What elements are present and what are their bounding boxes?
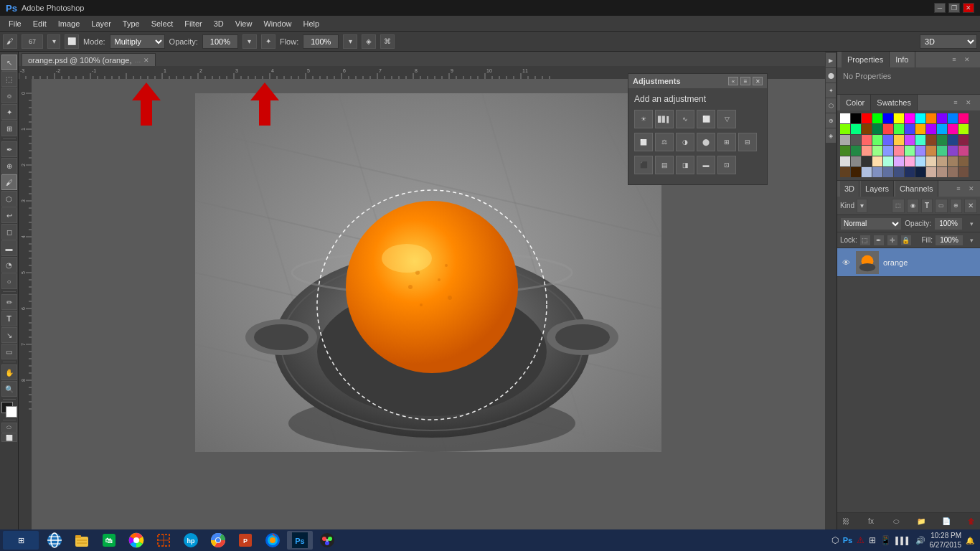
start-button[interactable]: ⊞ xyxy=(3,531,39,550)
crop-tool[interactable]: ⊞ xyxy=(1,121,17,136)
swatch-60[interactable] xyxy=(840,167,850,177)
swatch-47[interactable] xyxy=(958,146,969,156)
marquee-tool[interactable]: ⬚ xyxy=(1,71,17,87)
swatch-33[interactable] xyxy=(937,135,947,145)
blend-mode-select[interactable]: NormalMultiplyScreen OverlayDarkenLighte… xyxy=(840,217,902,230)
history-brush-tool[interactable]: ↩ xyxy=(1,207,17,223)
new-group-btn[interactable]: 📁 xyxy=(915,516,927,527)
swatch-53[interactable] xyxy=(894,156,904,166)
layer-visibility-btn[interactable]: 👁 xyxy=(840,257,852,268)
posterize-adj-btn[interactable]: ▤ xyxy=(655,156,674,174)
color-menu-btn[interactable]: ≡ xyxy=(950,97,961,108)
quick-mask-tool[interactable]: ⬭ xyxy=(1,423,17,433)
taskbar-app-ppt[interactable]: P xyxy=(232,531,258,550)
swatch-46[interactable] xyxy=(948,146,958,156)
menu-item-image[interactable]: Image xyxy=(52,18,86,29)
opacity-expand-btn[interactable]: ▾ xyxy=(966,218,977,230)
swatch-9[interactable] xyxy=(937,113,947,123)
lock-move-btn[interactable]: ✛ xyxy=(887,235,898,246)
swatch-18[interactable] xyxy=(905,124,915,134)
swatch-13[interactable] xyxy=(851,124,861,134)
sound-icon[interactable]: 🔊 xyxy=(915,536,925,545)
fill-expand-btn[interactable]: ▾ xyxy=(966,235,977,246)
flow-input[interactable] xyxy=(303,34,339,49)
hsl-adj-btn[interactable]: ⬜ xyxy=(634,133,653,151)
threshold-adj-btn[interactable]: ◨ xyxy=(676,156,694,174)
selectivecolor-adj-btn[interactable]: ⊡ xyxy=(717,156,736,174)
taskbar-app-explorer[interactable] xyxy=(69,531,95,550)
swatch-0[interactable] xyxy=(840,113,850,123)
colorbalance-adj-btn[interactable]: ⚖ xyxy=(655,133,674,151)
panel-strip-btn-6[interactable]: ◈ xyxy=(826,128,836,143)
tab-layers[interactable]: Layers xyxy=(861,181,894,197)
swatch-65[interactable] xyxy=(894,167,904,177)
layers-menu-btn[interactable]: ≡ xyxy=(953,183,964,194)
swatch-62[interactable] xyxy=(862,167,872,177)
gradient-tool[interactable]: ▬ xyxy=(1,240,17,256)
swatch-61[interactable] xyxy=(851,167,861,177)
add-mask-btn[interactable]: ⬭ xyxy=(890,516,902,527)
swatch-69[interactable] xyxy=(937,167,947,177)
swatch-56[interactable] xyxy=(926,156,936,166)
pen-tool[interactable]: ✏ xyxy=(1,294,17,310)
swatch-63[interactable] xyxy=(872,167,882,177)
swatch-26[interactable] xyxy=(862,135,872,145)
levels-adj-btn[interactable]: ▊▋▌ xyxy=(655,110,674,128)
taskbar-ps-icon[interactable]: Ps xyxy=(843,536,852,545)
colorlookup-adj-btn[interactable]: ⊟ xyxy=(738,133,757,151)
swatch-36[interactable] xyxy=(840,146,850,156)
swatch-30[interactable] xyxy=(905,135,915,145)
swatch-64[interactable] xyxy=(883,167,893,177)
gradientmap-adj-btn[interactable]: ▬ xyxy=(697,156,715,174)
swatch-14[interactable] xyxy=(862,124,872,134)
menu-item-layer[interactable]: Layer xyxy=(85,18,117,29)
photofilter-adj-btn[interactable]: ⬤ xyxy=(697,133,715,151)
move-tool[interactable]: ↖ xyxy=(1,55,17,70)
stamp-tool[interactable]: ⬡ xyxy=(1,191,17,207)
notification-badge[interactable]: 🔔 xyxy=(966,537,974,545)
taskbar-app-colorwheel[interactable] xyxy=(123,531,149,550)
menu-item-edit[interactable]: Edit xyxy=(27,18,52,29)
brush-tool-icon[interactable]: 🖌 xyxy=(3,34,17,49)
dodge-tool[interactable]: ○ xyxy=(1,273,17,289)
add-link-btn[interactable]: ⛓ xyxy=(840,516,852,527)
taskbar-notification-icon[interactable]: ⬡ xyxy=(831,535,839,545)
taskbar-app-colorpicker[interactable] xyxy=(314,531,340,550)
swatch-67[interactable] xyxy=(915,167,925,177)
swatch-45[interactable] xyxy=(937,146,947,156)
swatch-25[interactable] xyxy=(851,135,861,145)
swatch-19[interactable] xyxy=(915,124,925,134)
tab-3d[interactable]: 3D xyxy=(840,181,859,197)
smoothing-icon[interactable]: ◈ xyxy=(362,34,376,49)
brush-size-display[interactable]: 67 xyxy=(22,34,43,49)
tab-properties[interactable]: Properties xyxy=(842,52,890,67)
type-tool[interactable]: T xyxy=(1,311,17,326)
menu-item-select[interactable]: Select xyxy=(146,18,179,29)
swatch-43[interactable] xyxy=(915,146,925,156)
add-fx-btn[interactable]: fx xyxy=(865,516,877,527)
swatch-29[interactable] xyxy=(894,135,904,145)
swatch-37[interactable] xyxy=(851,146,861,156)
lock-pixels-btn[interactable]: ⬚ xyxy=(859,235,871,246)
panel-strip-btn-4[interactable]: ⬡ xyxy=(826,98,836,113)
swatch-35[interactable] xyxy=(958,135,969,145)
swatch-48[interactable] xyxy=(840,156,850,166)
swatch-54[interactable] xyxy=(905,156,915,166)
layers-filter-shape-btn[interactable]: ▭ xyxy=(935,199,948,213)
minimize-button[interactable]: ─ xyxy=(934,3,946,13)
swatch-40[interactable] xyxy=(883,146,893,156)
swatch-50[interactable] xyxy=(862,156,872,166)
swatch-1[interactable] xyxy=(851,113,861,123)
network-icon[interactable]: ▌▌▌ xyxy=(895,537,910,545)
swatch-17[interactable] xyxy=(894,124,904,134)
invert-adj-btn[interactable]: ⬛ xyxy=(634,156,653,174)
spot-heal-tool[interactable]: ⊕ xyxy=(1,158,17,174)
swatch-59[interactable] xyxy=(958,156,969,166)
curves-adj-btn[interactable]: ∿ xyxy=(676,110,694,128)
close-button[interactable]: ✕ xyxy=(963,3,974,13)
layers-filter-off-btn[interactable]: ✕ xyxy=(964,199,977,213)
eraser-tool[interactable]: ◻ xyxy=(1,224,17,240)
swatch-12[interactable] xyxy=(840,124,850,134)
panel-strip-btn-1[interactable]: ▶ xyxy=(826,53,836,67)
swatch-68[interactable] xyxy=(926,167,936,177)
